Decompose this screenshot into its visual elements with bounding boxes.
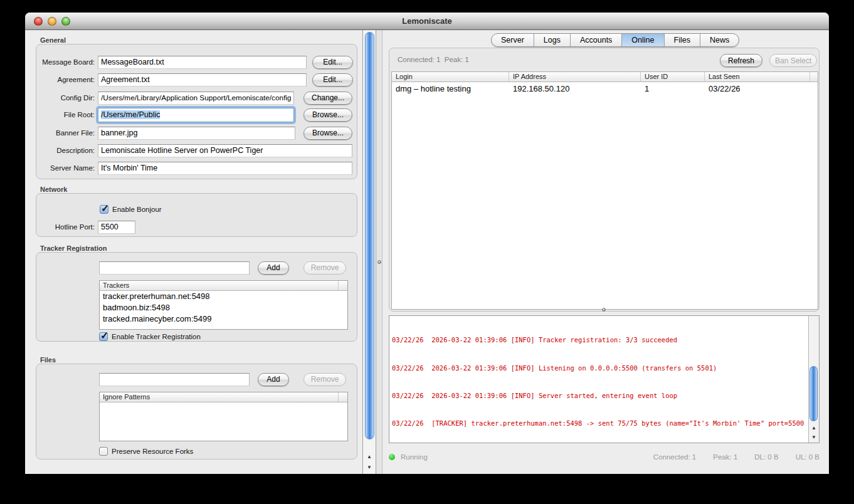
ignore-patterns-column-header[interactable]: Ignore Patterns (100, 392, 339, 402)
settings-scrollbar[interactable]: ▲ ▼ (362, 30, 376, 474)
settings-panel: General Message Board: Edit... Agreement… (25, 30, 362, 474)
column-header-login[interactable]: Login (392, 72, 509, 81)
status-bar: Running Connected: 1 Peak: 1 DL: 0 B UL:… (389, 448, 820, 466)
tab-server[interactable]: Server (492, 34, 534, 46)
log-scrollbar-thumb[interactable] (809, 366, 818, 421)
general-group-box: Message Board: Edit... Agreement: Edit..… (36, 44, 357, 179)
agreement-field[interactable] (98, 73, 307, 87)
ignore-patterns-spare-header (339, 392, 347, 402)
ignore-pattern-add-field[interactable] (99, 373, 250, 386)
status-peak: Peak: 1 (713, 453, 737, 461)
connection-status-text: Connected: 1 Peak: 1 (398, 56, 469, 63)
tracker-row[interactable]: badmoon.biz:5498 (100, 302, 347, 313)
splitter-grip-icon[interactable] (377, 260, 381, 264)
trackers-section-label: Tracker Registration (40, 244, 107, 252)
description-field[interactable] (98, 144, 352, 157)
log-scroll-down-icon[interactable]: ▼ (809, 433, 819, 442)
description-label: Description: (36, 147, 98, 154)
log-line: 03/22/26 2026-03-22 01:39:06 [INFO] Serv… (392, 391, 806, 401)
online-user-row[interactable]: dmg – hotline testing 192.168.50.120 1 0… (392, 82, 818, 95)
preserve-resource-forks-checkbox[interactable] (99, 447, 108, 456)
enable-tracker-registration-checkbox[interactable] (99, 332, 108, 341)
server-panel: Server Logs Accounts Online Files News C… (382, 30, 829, 474)
log-scrollbar[interactable]: ▲ ▼ (808, 316, 819, 443)
ignore-pattern-remove-button[interactable]: Remove (303, 373, 346, 386)
files-group-box: Add Remove Ignore Patterns Preserve Reso… (36, 364, 357, 459)
settings-scrollbar-thumb[interactable] (365, 32, 374, 439)
log-line: 03/22/26 2026-03-22 01:39:06 [INFO] List… (392, 364, 806, 373)
scroll-up-icon[interactable]: ▲ (363, 451, 376, 462)
tracker-add-field[interactable] (99, 261, 250, 275)
online-users-table: Login IP Address User ID Last Seen dmg –… (391, 71, 818, 310)
general-section-label: General (40, 36, 66, 44)
tab-files[interactable]: Files (665, 34, 700, 46)
log-line: 03/22/26 [TRACKER] tracker.preterhuman.n… (392, 419, 806, 428)
network-group-box: Enable Bonjour Hotline Port: (36, 193, 357, 237)
log-output[interactable]: 03/22/26 2026-03-22 01:39:06 [INFO] Trac… (389, 315, 820, 443)
user-last-seen: 03/22/26 (705, 84, 810, 93)
tracker-row[interactable]: tracked.mainecyber.com:5499 (100, 313, 347, 325)
trackers-group-box: Add Remove Trackers tracker.preterhuman.… (36, 252, 357, 342)
title-bar[interactable]: Lemoniscate (25, 13, 829, 30)
file-root-browse-button[interactable]: Browse... (303, 108, 352, 122)
tab-news[interactable]: News (700, 34, 739, 46)
panel-splitter[interactable] (376, 30, 382, 474)
log-lines: 03/22/26 2026-03-22 01:39:06 [INFO] Trac… (392, 317, 806, 443)
file-root-field[interactable]: /Users/me/Public (98, 108, 294, 122)
column-header-spare (810, 72, 818, 81)
tab-logs[interactable]: Logs (534, 34, 571, 46)
tracker-row[interactable]: tracker.preterhuman.net:5498 (100, 291, 347, 302)
tab-bar: Server Logs Accounts Online Files News (491, 33, 739, 47)
log-scroll-up-icon[interactable]: ▲ (809, 423, 819, 433)
ban-select-button[interactable]: Ban Select (769, 54, 817, 67)
files-section-label: Files (40, 356, 56, 364)
enable-bonjour-checkbox[interactable] (100, 205, 108, 214)
user-login: dmg – hotline testing (392, 84, 509, 93)
log-splitter-grip-icon[interactable] (602, 308, 606, 312)
message-board-edit-button[interactable]: Edit... (312, 56, 353, 69)
banner-file-field[interactable] (98, 127, 295, 140)
preserve-resource-forks-label: Preserve Resource Forks (112, 448, 193, 455)
ignore-patterns-table: Ignore Patterns (99, 392, 348, 441)
agreement-edit-button[interactable]: Edit... (312, 73, 353, 87)
tab-online[interactable]: Online (622, 34, 664, 46)
hotline-port-label: Hotline Port: (36, 223, 98, 231)
column-header-ip[interactable]: IP Address (509, 72, 641, 81)
agreement-label: Agreement: (36, 76, 98, 83)
file-root-label: File Root: (36, 111, 98, 118)
network-section-label: Network (40, 186, 67, 193)
hotline-port-field[interactable] (98, 221, 135, 234)
tracker-add-button[interactable]: Add (258, 261, 289, 275)
tracker-remove-button[interactable]: Remove (303, 261, 346, 275)
server-name-label: Server Name: (36, 164, 98, 172)
scroll-down-icon[interactable]: ▼ (363, 462, 376, 473)
log-line: 03/22/26 2026-03-22 01:39:06 [INFO] Trac… (392, 335, 806, 345)
window-title: Lemoniscate (25, 16, 829, 26)
trackers-spare-header (339, 281, 347, 290)
enable-tracker-registration-label: Enable Tracker Registration (112, 333, 201, 340)
user-ip: 192.168.50.120 (509, 84, 641, 93)
column-header-lastseen[interactable]: Last Seen (705, 72, 810, 81)
config-dir-label: Config Dir: (36, 94, 98, 102)
refresh-button[interactable]: Refresh (720, 54, 762, 67)
online-tab-content: Connected: 1 Peak: 1 Refresh Ban Select … (389, 48, 820, 312)
app-window: Lemoniscate General Message Board: Edit.… (25, 13, 829, 474)
tab-accounts[interactable]: Accounts (571, 34, 622, 46)
file-root-selected-text: /Users/me/Public (101, 110, 160, 119)
column-header-userid[interactable]: User ID (641, 72, 705, 81)
trackers-column-header[interactable]: Trackers (100, 281, 339, 290)
banner-file-label: Banner File: (36, 129, 98, 137)
enable-bonjour-label: Enable Bonjour (112, 206, 162, 213)
status-ul: UL: 0 B (796, 453, 820, 461)
banner-file-browse-button[interactable]: Browse... (303, 127, 352, 140)
config-dir-field[interactable] (98, 92, 294, 105)
status-dl: DL: 0 B (754, 453, 778, 461)
ignore-pattern-add-button[interactable]: Add (258, 373, 289, 386)
trackers-table: Trackers tracker.preterhuman.net:5498 ba… (99, 280, 348, 330)
config-dir-change-button[interactable]: Change... (303, 92, 352, 105)
user-id: 1 (641, 84, 705, 93)
message-board-field[interactable] (98, 56, 307, 69)
status-connected: Connected: 1 (653, 453, 696, 461)
server-name-field[interactable] (98, 162, 352, 175)
running-indicator-icon (389, 454, 395, 460)
